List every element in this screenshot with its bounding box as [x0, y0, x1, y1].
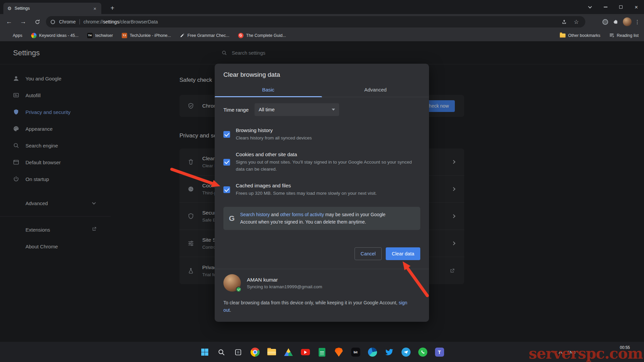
- taskbar-search-button[interactable]: [216, 347, 226, 357]
- pen-favicon: [180, 33, 185, 38]
- url-app-label: Chrome: [59, 19, 76, 24]
- google-drive-button[interactable]: [283, 347, 293, 357]
- checkbox-row-cached-images: Cached images and files Frees up 320 MB.…: [223, 183, 420, 197]
- search-history-link[interactable]: Search history: [240, 212, 270, 217]
- maximize-icon: [619, 5, 623, 9]
- tray-chevron-icon[interactable]: [558, 351, 562, 355]
- browser-menu-button[interactable]: ⋮: [635, 19, 640, 25]
- cached-images-checkbox[interactable]: [223, 186, 230, 193]
- checkbox-title: Cookies and other site data: [236, 152, 420, 157]
- reload-button[interactable]: [32, 16, 43, 27]
- brave-button[interactable]: [334, 347, 344, 357]
- url-scheme: chrome://: [84, 19, 103, 24]
- tab-basic[interactable]: Basic: [215, 82, 322, 97]
- bookmark-techwiser[interactable]: TH techwiser: [87, 33, 113, 38]
- bookmark-apps[interactable]: Apps: [5, 33, 22, 38]
- clear-browsing-data-dialog: Clear browsing data Basic Advanced Time …: [215, 64, 429, 322]
- bookmark-grammar-check[interactable]: Free Grammar Chec...: [180, 33, 229, 38]
- folder-icon: [560, 34, 566, 38]
- google-account-notice: G Search history and other forms of acti…: [223, 207, 420, 230]
- bookmark-label: Keyword ideas - 45...: [39, 33, 78, 38]
- guide-favicon: G: [238, 33, 244, 38]
- tab-advanced[interactable]: Advanced: [322, 82, 429, 97]
- reload-icon: [35, 19, 40, 25]
- clear-data-button[interactable]: Clear data: [386, 247, 420, 260]
- chat-app-button[interactable]: [401, 347, 411, 357]
- minimize-icon: [604, 7, 607, 7]
- techwiser-favicon: TH: [87, 33, 93, 38]
- google-sheets-button[interactable]: [317, 347, 327, 357]
- footer-period: .: [230, 308, 231, 313]
- footer-text: To clear browsing data from this device …: [223, 300, 399, 305]
- share-button[interactable]: [560, 17, 569, 26]
- minimize-button[interactable]: [598, 0, 613, 14]
- other-bookmarks-button[interactable]: Other bookmarks: [560, 33, 600, 38]
- google-g-icon: G: [223, 214, 240, 223]
- bookmark-keyword-ideas[interactable]: Keyword ideas - 45...: [31, 33, 78, 38]
- select-caret-icon: [332, 109, 335, 111]
- apps-grid-icon: [5, 33, 10, 38]
- whatsapp-button[interactable]: [418, 347, 428, 357]
- whatsapp-icon: [418, 348, 427, 357]
- address-bar[interactable]: Chrome chrome:// settings /clearBrowserD…: [46, 16, 585, 27]
- chrome-taskbar-button[interactable]: [250, 347, 260, 357]
- reading-list-button[interactable]: Reading list: [609, 33, 639, 38]
- search-icon: [218, 349, 225, 356]
- time-range-row: Time range All time: [223, 103, 420, 116]
- browsing-history-checkbox[interactable]: [223, 131, 230, 138]
- cookies-checkbox[interactable]: [223, 159, 230, 166]
- time-range-value: All time: [259, 107, 275, 112]
- back-button[interactable]: ←: [3, 16, 15, 27]
- bit-app-button[interactable]: bit: [351, 347, 361, 357]
- bookmark-star-button[interactable]: ☆: [572, 17, 581, 26]
- bookmark-label: Free Grammar Chec...: [187, 33, 229, 38]
- edge-button[interactable]: [367, 347, 377, 357]
- taskbar-clock[interactable]: 00:55: [620, 345, 630, 350]
- task-view-button[interactable]: [233, 347, 243, 357]
- other-activity-link[interactable]: other forms of activity: [280, 212, 324, 217]
- bookmark-techjunkie[interactable]: TJ TechJunkie - iPhone...: [122, 33, 171, 38]
- google-drive-icon: [284, 348, 293, 356]
- checkbox-row-browsing-history: Browsing history Clears history from all…: [223, 127, 420, 141]
- profile-name: AMAN kumar: [247, 277, 322, 283]
- windows-start-button[interactable]: [200, 347, 210, 357]
- twitter-button[interactable]: [384, 347, 394, 357]
- extension-icon[interactable]: [602, 19, 608, 25]
- checkbox-title: Browsing history: [236, 127, 312, 133]
- google-sheets-icon: [319, 348, 325, 357]
- tab-close-icon[interactable]: ×: [92, 5, 98, 11]
- reading-list-label: Reading list: [617, 33, 639, 38]
- bookmark-complete-guide[interactable]: G The Complete Guid...: [238, 33, 286, 38]
- avatar: [223, 274, 241, 292]
- tab-search-button[interactable]: [582, 0, 598, 14]
- browser-toolbar: ← → Chrome chrome:// settings /clearBrow…: [0, 14, 644, 29]
- other-bookmarks-label: Other bookmarks: [568, 33, 600, 38]
- url-text: Chrome chrome:// settings /clearBrowserD…: [59, 19, 556, 24]
- notice-text: Search history and other forms of activi…: [240, 207, 406, 230]
- language-indicator[interactable]: ENG: [567, 350, 576, 354]
- browser-tab-settings[interactable]: ⚙ Settings ×: [3, 3, 101, 14]
- close-window-button[interactable]: ×: [629, 0, 644, 14]
- checkbox-desc: Frees up 320 MB. Some sites may load mor…: [236, 190, 377, 197]
- file-explorer-button[interactable]: [267, 347, 277, 357]
- new-tab-button[interactable]: +: [107, 3, 117, 13]
- youtube-button[interactable]: [300, 347, 310, 357]
- bookmark-label: The Complete Guid...: [246, 33, 286, 38]
- extensions-menu-button[interactable]: [611, 19, 620, 25]
- time-range-select[interactable]: All time: [255, 103, 339, 116]
- bookmark-label: Apps: [13, 33, 22, 38]
- forward-button[interactable]: →: [17, 16, 29, 27]
- edge-icon: [368, 348, 377, 357]
- chat-app-icon: [401, 348, 411, 357]
- share-icon: [561, 19, 567, 24]
- maximize-button[interactable]: [613, 0, 629, 14]
- profile-avatar[interactable]: [623, 17, 632, 26]
- url-path: /clearBrowserData: [119, 19, 158, 24]
- teams-button[interactable]: T: [434, 347, 444, 357]
- dialog-actions: Cancel Clear data: [223, 247, 420, 260]
- site-info-icon[interactable]: [51, 20, 55, 24]
- windows-taskbar: bit T ENG 00:55: [0, 342, 644, 362]
- cancel-button[interactable]: Cancel: [355, 247, 382, 260]
- sync-badge-icon: [236, 287, 241, 292]
- close-icon: ×: [635, 4, 638, 10]
